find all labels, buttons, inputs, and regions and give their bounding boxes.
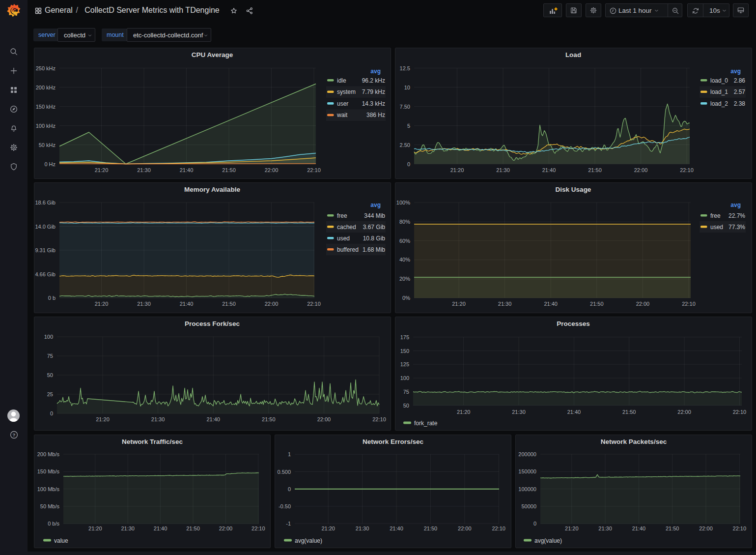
svg-text:21:50: 21:50 bbox=[222, 301, 236, 307]
svg-text:22:00: 22:00 bbox=[699, 526, 713, 531]
svg-text:22:10: 22:10 bbox=[733, 409, 747, 415]
svg-text:21:50: 21:50 bbox=[622, 409, 636, 415]
svg-text:22:10: 22:10 bbox=[252, 526, 265, 531]
svg-text:0: 0 bbox=[50, 410, 53, 416]
svg-text:cached: cached bbox=[337, 224, 356, 231]
svg-text:12.5: 12.5 bbox=[400, 65, 410, 71]
svg-text:18.6 Gib: 18.6 Gib bbox=[35, 200, 56, 205]
svg-text:22:10: 22:10 bbox=[680, 167, 694, 173]
svg-text:22:10: 22:10 bbox=[682, 301, 696, 307]
svg-text:21:50: 21:50 bbox=[588, 167, 602, 173]
svg-text:0: 0 bbox=[407, 161, 410, 167]
svg-text:21:50: 21:50 bbox=[590, 301, 604, 307]
svg-text:100: 100 bbox=[400, 375, 409, 381]
svg-text:3.67 Gib: 3.67 Gib bbox=[363, 224, 386, 231]
svg-text:77.3%: 77.3% bbox=[728, 224, 745, 231]
svg-text:150 Mb/s: 150 Mb/s bbox=[37, 468, 60, 474]
svg-text:21:20: 21:20 bbox=[450, 167, 464, 173]
svg-text:21:40: 21:40 bbox=[180, 301, 194, 307]
svg-text:Network Traffic/sec: Network Traffic/sec bbox=[122, 438, 183, 445]
svg-text:20%: 20% bbox=[399, 276, 410, 282]
svg-text:avg: avg bbox=[730, 202, 741, 208]
svg-text:buffered: buffered bbox=[337, 246, 359, 253]
svg-text:Network Errors/sec: Network Errors/sec bbox=[363, 438, 423, 445]
svg-text:22:10: 22:10 bbox=[733, 526, 747, 531]
svg-text:150 kHz: 150 kHz bbox=[36, 103, 56, 109]
svg-text:load_0: load_0 bbox=[710, 77, 728, 84]
svg-text:100000: 100000 bbox=[518, 486, 536, 492]
svg-text:22:10: 22:10 bbox=[307, 167, 321, 173]
svg-text:0%: 0% bbox=[402, 295, 410, 301]
svg-text:7.79 kHz: 7.79 kHz bbox=[362, 88, 385, 95]
svg-text:96.2 kHz: 96.2 kHz bbox=[362, 77, 385, 84]
svg-text:21:50: 21:50 bbox=[186, 526, 200, 531]
svg-text:60%: 60% bbox=[399, 238, 410, 244]
svg-text:21:50: 21:50 bbox=[424, 526, 438, 531]
svg-text:22:00: 22:00 bbox=[219, 526, 233, 531]
svg-text:21:30: 21:30 bbox=[121, 526, 135, 531]
svg-text:Process Fork/sec: Process Fork/sec bbox=[185, 320, 240, 327]
svg-text:21:40: 21:40 bbox=[632, 526, 646, 531]
svg-text:load_1: load_1 bbox=[710, 88, 728, 95]
svg-text:avg(value): avg(value) bbox=[534, 537, 562, 544]
svg-text:Disk Usage: Disk Usage bbox=[556, 186, 591, 193]
svg-text:avg: avg bbox=[370, 67, 381, 74]
svg-text:load_2: load_2 bbox=[710, 100, 728, 107]
svg-text:22.7%: 22.7% bbox=[728, 212, 745, 219]
svg-text:system: system bbox=[337, 88, 356, 95]
svg-text:21:40: 21:40 bbox=[390, 526, 403, 531]
svg-text:user: user bbox=[337, 100, 348, 107]
svg-text:125: 125 bbox=[400, 361, 409, 367]
svg-text:21:20: 21:20 bbox=[88, 526, 102, 531]
svg-text:21:50: 21:50 bbox=[262, 416, 276, 422]
svg-text:200000: 200000 bbox=[518, 451, 536, 457]
svg-text:21:30: 21:30 bbox=[598, 526, 612, 531]
svg-text:9.31 Gib: 9.31 Gib bbox=[35, 247, 56, 253]
svg-text:25: 25 bbox=[47, 391, 53, 397]
svg-text:7.50: 7.50 bbox=[400, 103, 410, 109]
svg-text:idle: idle bbox=[337, 77, 346, 84]
svg-text:150: 150 bbox=[400, 348, 409, 354]
svg-text:150000: 150000 bbox=[518, 468, 536, 474]
svg-text:2.57: 2.57 bbox=[734, 88, 746, 95]
svg-text:wait: wait bbox=[336, 112, 348, 118]
svg-text:2.86: 2.86 bbox=[734, 77, 746, 84]
svg-text:22:10: 22:10 bbox=[492, 526, 505, 531]
svg-text:free: free bbox=[337, 212, 347, 219]
svg-text:used: used bbox=[710, 224, 723, 231]
svg-text:2.38: 2.38 bbox=[734, 100, 746, 107]
svg-text:21:40: 21:40 bbox=[544, 301, 558, 307]
svg-text:21:50: 21:50 bbox=[666, 526, 679, 531]
svg-text:22:00: 22:00 bbox=[634, 167, 648, 173]
svg-text:50: 50 bbox=[47, 372, 53, 378]
svg-text:21:30: 21:30 bbox=[151, 416, 165, 422]
svg-text:0 b: 0 b bbox=[48, 295, 56, 301]
svg-text:22:00: 22:00 bbox=[677, 409, 691, 415]
svg-text:21:30: 21:30 bbox=[512, 409, 526, 415]
svg-text:21:20: 21:20 bbox=[96, 416, 110, 422]
svg-text:?: ? bbox=[13, 432, 16, 438]
svg-text:22:00: 22:00 bbox=[317, 416, 331, 422]
svg-text:22:10: 22:10 bbox=[307, 301, 321, 307]
svg-text:50 kHz: 50 kHz bbox=[39, 142, 56, 147]
svg-text:2.50: 2.50 bbox=[400, 142, 410, 147]
svg-text:fork_rate: fork_rate bbox=[414, 420, 438, 427]
svg-text:0 b/s: 0 b/s bbox=[48, 521, 59, 526]
svg-text:100%: 100% bbox=[396, 200, 410, 205]
svg-text:21:40: 21:40 bbox=[542, 167, 556, 173]
svg-text:80%: 80% bbox=[399, 219, 410, 225]
svg-text:22:10: 22:10 bbox=[372, 416, 386, 422]
svg-text:100 Mb/s: 100 Mb/s bbox=[37, 486, 60, 492]
svg-text:21:20: 21:20 bbox=[452, 301, 466, 307]
svg-text:avg(value): avg(value) bbox=[295, 537, 322, 544]
svg-text:1: 1 bbox=[288, 451, 291, 457]
svg-text:4.66 Gib: 4.66 Gib bbox=[35, 271, 56, 277]
svg-text:-0.50: -0.50 bbox=[279, 503, 291, 509]
svg-text:Load: Load bbox=[565, 51, 581, 58]
svg-text:75: 75 bbox=[47, 353, 53, 359]
svg-text:Network Packets/sec: Network Packets/sec bbox=[601, 438, 667, 445]
svg-text:21:40: 21:40 bbox=[180, 167, 194, 173]
svg-text:5: 5 bbox=[407, 122, 410, 128]
svg-text:0: 0 bbox=[288, 486, 291, 492]
svg-text:200 kHz: 200 kHz bbox=[36, 84, 56, 90]
